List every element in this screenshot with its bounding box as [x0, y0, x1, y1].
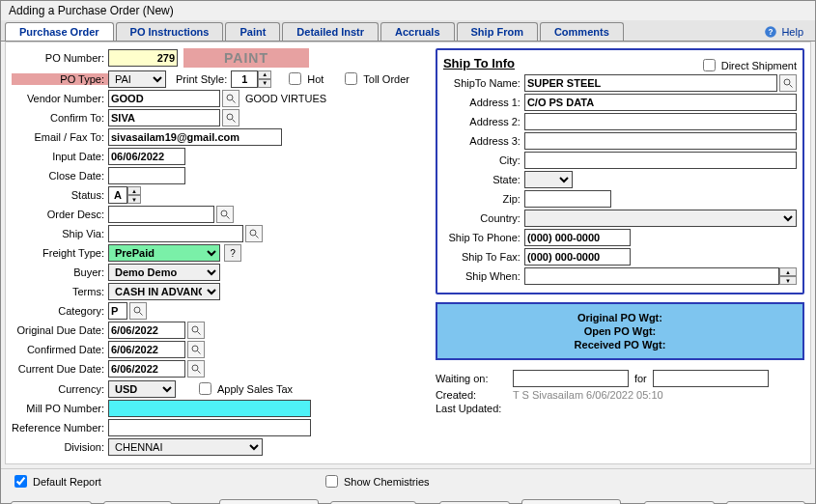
ship-via-label: Ship Via: [12, 228, 108, 239]
tab-ship-from[interactable]: Ship From [457, 22, 538, 41]
po-number-label: PO Number: [12, 52, 108, 64]
country-select[interactable] [524, 210, 797, 227]
apply-tax-checkbox[interactable] [199, 382, 211, 395]
for-label: for [634, 373, 647, 384]
direct-shipment-checkbox[interactable] [703, 59, 716, 71]
ship-when-up[interactable]: ▲ [779, 267, 797, 276]
division-label: Division: [12, 441, 108, 453]
ship-when-input[interactable] [524, 267, 779, 285]
print-style-up[interactable]: ▲ [258, 70, 271, 79]
buyer-select[interactable]: Demo Demo [108, 264, 220, 281]
vendor-number-search[interactable] [222, 90, 239, 107]
status-input[interactable] [108, 186, 127, 204]
orig-due-input[interactable] [108, 322, 185, 339]
print-style-down[interactable]: ▼ [258, 79, 271, 88]
state-select[interactable] [524, 171, 573, 188]
scan-manager-button[interactable]: Scan Manager [521, 499, 621, 504]
zip-input[interactable] [524, 190, 611, 208]
confirmed-input[interactable] [108, 341, 185, 358]
phone-label: Ship To Phone: [443, 232, 524, 243]
close-date-input[interactable] [108, 167, 185, 184]
vendor-number-input[interactable] [108, 90, 220, 107]
ship-when-label: Ship When: [443, 270, 524, 282]
currency-select[interactable]: USD [108, 380, 176, 398]
svg-line-17 [198, 371, 201, 374]
shipto-name-search[interactable] [779, 74, 797, 92]
tab-comments[interactable]: Comments [540, 22, 624, 41]
svg-point-18 [784, 79, 790, 85]
addr1-input[interactable] [524, 94, 797, 111]
tab-paint[interactable]: Paint [225, 22, 280, 41]
show-chem-label: Show Chemistries [344, 476, 430, 488]
email-fax-input[interactable] [108, 128, 282, 146]
orig-due-search[interactable] [187, 322, 205, 339]
confirm-to-input[interactable] [108, 109, 220, 126]
addr1-label: Address 1: [443, 97, 524, 108]
status-down[interactable]: ▼ [127, 195, 141, 204]
status-label: Status: [12, 189, 108, 201]
shipto-name-input[interactable] [524, 74, 777, 92]
recv-wgt-label: Received PO Wgt: [575, 339, 666, 350]
confirm-to-label: Confirm To: [12, 112, 108, 124]
toll-order-checkbox[interactable] [345, 72, 357, 85]
freight-type-select[interactable]: PrePaid [108, 244, 220, 262]
hot-checkbox[interactable] [289, 72, 301, 85]
po-type-select[interactable]: PAI [108, 70, 166, 88]
svg-point-6 [221, 210, 227, 216]
status-up[interactable]: ▲ [127, 186, 141, 195]
confirmed-label: Confirmed Date: [12, 344, 108, 355]
waiting-on-label: Waiting on: [436, 373, 513, 384]
updated-label: Last Updated: [436, 403, 513, 414]
tab-purchase-order[interactable]: Purchase Order [5, 22, 114, 41]
current-due-input[interactable] [108, 360, 185, 378]
print-style-label: Print Style: [176, 73, 227, 85]
addr2-label: Address 2: [443, 116, 524, 127]
waiting-for-input[interactable] [653, 370, 769, 387]
terms-select[interactable]: CASH IN ADVANCE [108, 283, 220, 300]
fax-input[interactable] [524, 248, 631, 266]
phone-input[interactable] [524, 229, 631, 246]
mill-po-input[interactable] [108, 400, 311, 417]
tags-received-button[interactable]: Tags Received [219, 499, 320, 504]
division-select[interactable]: CHENNAI [108, 438, 263, 456]
shipto-name-label: ShipTo Name: [443, 77, 524, 89]
tab-po-instructions[interactable]: PO Instructions [116, 22, 224, 41]
ship-via-input[interactable] [108, 225, 243, 242]
addr2-input[interactable] [524, 113, 797, 130]
apply-tax-label: Apply Sales Tax [217, 383, 293, 395]
help-label: Help [781, 26, 803, 38]
direct-shipment-label: Direct Shipment [721, 60, 797, 71]
addr3-label: Address 3: [443, 135, 524, 147]
order-desc-input[interactable] [108, 206, 214, 223]
show-chem-checkbox[interactable] [325, 475, 338, 488]
hot-label: Hot [307, 73, 324, 85]
help-link[interactable]: ? Help [756, 23, 811, 41]
freight-type-label: Freight Type: [12, 247, 108, 259]
svg-line-13 [198, 332, 201, 335]
current-due-search[interactable] [187, 360, 205, 378]
ship-when-down[interactable]: ▼ [779, 276, 797, 285]
city-input[interactable] [524, 152, 797, 169]
category-search[interactable] [129, 302, 147, 320]
category-input[interactable] [108, 302, 127, 320]
input-date-input[interactable] [108, 148, 185, 165]
window-title: Adding a Purchase Order (New) [1, 1, 815, 20]
svg-point-4 [227, 114, 233, 120]
default-report-checkbox[interactable] [14, 475, 27, 488]
tab-accruals[interactable]: Accruals [380, 22, 454, 41]
po-number-input[interactable] [108, 49, 178, 67]
freight-help-button[interactable]: ? [224, 244, 241, 262]
ref-no-input[interactable] [108, 419, 311, 436]
confirm-to-search[interactable] [222, 109, 239, 126]
tab-detailed-instr[interactable]: Detailed Instr [282, 22, 379, 41]
waiting-on-input[interactable] [513, 370, 629, 387]
order-desc-search[interactable] [216, 206, 234, 223]
confirmed-search[interactable] [187, 341, 205, 358]
paint-banner: PAINT [183, 48, 309, 68]
svg-line-11 [140, 313, 143, 316]
svg-point-12 [192, 326, 198, 332]
addr3-input[interactable] [524, 132, 797, 150]
state-label: State: [443, 174, 524, 185]
print-style-input[interactable] [231, 70, 258, 88]
ship-via-search[interactable] [245, 225, 263, 242]
